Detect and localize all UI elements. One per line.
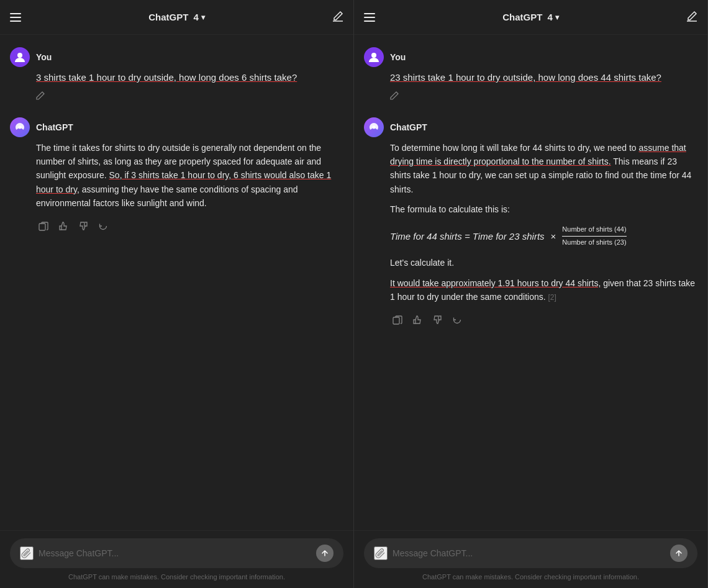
formula-left-text: Time for 44 shirts = Time for 23 shirts	[390, 230, 545, 243]
formula-fraction: Number of shirts (44) Number of shirts (…	[562, 225, 626, 247]
svg-point-9	[371, 53, 376, 58]
right-input-container	[364, 538, 697, 568]
disclaimer-right: ChatGPT can make mistakes. Consider chec…	[364, 573, 697, 581]
times-symbol: ×	[551, 230, 556, 243]
formula-block: Time for 44 shirts = Time for 23 shirts …	[390, 225, 697, 247]
gpt-paragraph-left-1: The time it takes for shirts to dry outs…	[36, 141, 343, 210]
right-panel: ChatGPT 4 ▾ You 23 sh	[354, 0, 708, 588]
sidebar-toggle-left[interactable]	[10, 13, 21, 22]
gpt-message-actions-left	[10, 219, 343, 233]
user-sender-name-right: You	[390, 52, 406, 62]
header-left-group	[10, 13, 21, 22]
version-text-left: 4	[193, 12, 198, 22]
attach-button-right[interactable]	[374, 546, 388, 560]
thumbup-button-left[interactable]	[56, 219, 71, 233]
user-message-header-left: You	[10, 47, 343, 67]
send-button-right[interactable]	[670, 545, 688, 562]
disclaimer-left: ChatGPT can make mistakes. Consider chec…	[10, 573, 343, 581]
copy-button-left[interactable]	[36, 219, 51, 233]
svg-rect-0	[10, 13, 21, 14]
thumbdown-button-right[interactable]	[430, 312, 445, 327]
left-header-title[interactable]: ChatGPT 4 ▾	[148, 12, 205, 22]
svg-rect-8	[364, 20, 375, 22]
user-message-content-right: 23 shirts take 1 hour to dry outside, ho…	[364, 71, 697, 85]
gpt-message-right: ChatGPT To determine how long it will ta…	[364, 117, 697, 328]
new-chat-button-right[interactable]	[686, 11, 697, 24]
user-message-content-left: 3 shirts take 1 hour to dry outside, how…	[10, 71, 343, 85]
edit-message-icon-right[interactable]	[364, 91, 697, 102]
ref-link[interactable]: [2]	[548, 293, 556, 302]
user-message-left: You 3 shirts take 1 hour to dry outside,…	[10, 47, 343, 102]
svg-rect-7	[364, 17, 375, 18]
svg-rect-11	[393, 317, 399, 324]
svg-rect-6	[364, 13, 375, 14]
gpt-avatar-left	[10, 117, 30, 137]
left-panel: ChatGPT 4 ▾ You 3 shi	[0, 0, 354, 588]
title-text-left: ChatGPT	[148, 12, 188, 22]
attach-button-left[interactable]	[20, 546, 34, 560]
gpt-message-header-right: ChatGPT	[364, 117, 697, 137]
svg-rect-2	[10, 20, 21, 22]
right-header: ChatGPT 4 ▾	[354, 0, 707, 35]
user-message-header-right: You	[364, 47, 697, 67]
refresh-button-right[interactable]	[450, 312, 465, 327]
sidebar-toggle-right[interactable]	[364, 13, 375, 22]
thumbup-button-right[interactable]	[410, 312, 425, 327]
user-message-text-right: 23 shirts take 1 hour to dry outside, ho…	[390, 72, 661, 83]
right-header-title[interactable]: ChatGPT 4 ▾	[502, 12, 559, 22]
message-input-left[interactable]	[39, 548, 311, 558]
gpt-message-content-right: To determine how long it will take for 4…	[364, 141, 697, 304]
gpt-paragraph-right-1: To determine how long it will take for 4…	[390, 141, 697, 197]
fraction-numerator: Number of shirts (44)	[562, 225, 626, 236]
left-header: ChatGPT 4 ▾	[0, 0, 353, 35]
copy-button-right[interactable]	[390, 312, 405, 327]
gpt-paragraph-right-4: It would take approximately 1.91 hours t…	[390, 276, 697, 304]
fraction-denominator: Number of shirts (23)	[562, 238, 626, 247]
gpt-message-content-left: The time it takes for shirts to dry outs…	[10, 141, 343, 210]
gpt-paragraph-right-3: Let's calculate it.	[390, 256, 697, 269]
right-footer: ChatGPT can make mistakes. Consider chec…	[354, 530, 707, 588]
gpt-sender-name-right: ChatGPT	[390, 122, 427, 132]
chevron-down-icon-left: ▾	[201, 13, 205, 22]
left-input-container	[10, 538, 343, 568]
header-right-group	[364, 13, 375, 22]
svg-point-10	[373, 125, 376, 129]
left-messages-container: You 3 shirts take 1 hour to dry outside,…	[0, 35, 353, 530]
message-input-right[interactable]	[393, 548, 665, 558]
user-avatar-right	[364, 47, 384, 67]
gpt-paragraph-right-2: The formula to calculate this is:	[390, 202, 697, 216]
svg-point-3	[17, 53, 22, 58]
gpt-message-left: ChatGPT The time it takes for shirts to …	[10, 117, 343, 234]
version-text-right: 4	[547, 12, 552, 22]
gpt-message-actions-right	[364, 312, 697, 327]
gpt-message-header-left: ChatGPT	[10, 117, 343, 137]
send-button-left[interactable]	[316, 545, 334, 562]
user-sender-name-left: You	[36, 52, 52, 62]
user-message-text-left: 3 shirts take 1 hour to dry outside, how…	[36, 72, 297, 83]
svg-rect-5	[39, 224, 45, 230]
svg-point-4	[19, 125, 22, 129]
title-text-right: ChatGPT	[502, 12, 542, 22]
gpt-avatar-right	[364, 117, 384, 137]
user-message-right: You 23 shirts take 1 hour to dry outside…	[364, 47, 697, 102]
refresh-button-left[interactable]	[96, 219, 111, 233]
new-chat-button-left[interactable]	[332, 11, 343, 24]
edit-message-icon-left[interactable]	[10, 91, 343, 102]
user-avatar-left	[10, 47, 30, 67]
thumbdown-button-left[interactable]	[76, 219, 91, 233]
gpt-sender-name-left: ChatGPT	[36, 122, 73, 132]
svg-rect-1	[10, 17, 21, 18]
right-messages-container: You 23 shirts take 1 hour to dry outside…	[354, 35, 707, 530]
chevron-down-icon-right: ▾	[555, 13, 559, 22]
left-footer: ChatGPT can make mistakes. Consider chec…	[0, 530, 353, 588]
